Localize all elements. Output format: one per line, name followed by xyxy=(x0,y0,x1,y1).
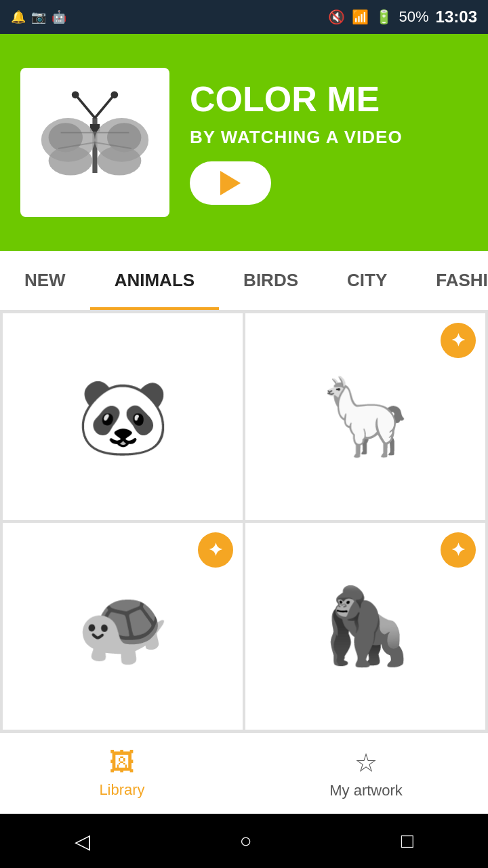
hero-text: COLOR ME BY WATCHING A VIDEO xyxy=(190,80,403,205)
back-button[interactable]: ◁ xyxy=(75,829,90,853)
my-artwork-icon: ☆ xyxy=(354,748,378,778)
lock-badge-gorilla: ✦ xyxy=(441,532,476,568)
wifi-icon: 📶 xyxy=(352,9,369,25)
battery-percent: 50% xyxy=(399,8,429,26)
art-card-llama[interactable]: 🦙 ✦ xyxy=(245,313,485,520)
status-bar-left: 🔔 📷 🤖 xyxy=(11,9,66,24)
gorilla-art: 🦍 xyxy=(319,583,412,670)
llama-art: 🦙 xyxy=(319,373,412,460)
svg-point-7 xyxy=(98,146,142,175)
category-tabs: NEW ANIMALS BIRDS CITY FASHION xyxy=(0,251,488,311)
lock-icon: ✦ xyxy=(441,532,476,568)
my-artwork-label: My artwork xyxy=(329,782,403,800)
svg-line-10 xyxy=(95,96,113,118)
status-time: 13:03 xyxy=(436,7,477,26)
panda-art: 🐼 xyxy=(77,373,169,460)
nav-my-artwork[interactable]: ☆ My artwork xyxy=(244,733,488,814)
play-triangle-icon xyxy=(220,171,241,195)
play-video-button[interactable] xyxy=(190,161,271,205)
tab-birds[interactable]: BIRDS xyxy=(219,251,323,310)
tab-animals[interactable]: ANIMALS xyxy=(90,251,219,310)
library-label: Library xyxy=(99,781,144,799)
lock-icon: ✦ xyxy=(198,532,233,568)
hero-title: COLOR ME xyxy=(190,80,403,119)
mute-icon: 🔇 xyxy=(328,9,345,25)
lock-badge-llama: ✦ xyxy=(441,323,476,358)
hero-banner: COLOR ME BY WATCHING A VIDEO xyxy=(0,34,488,251)
battery-icon: 🔋 xyxy=(375,9,392,25)
art-card-panda[interactable]: 🐼 xyxy=(3,313,243,520)
android-nav-bar: ◁ ○ □ xyxy=(0,814,488,868)
art-card-gorilla[interactable]: 🦍 ✦ xyxy=(245,523,485,730)
butterfly-icon xyxy=(34,81,156,203)
svg-line-8 xyxy=(77,96,95,118)
tab-city[interactable]: CITY xyxy=(323,251,411,310)
nav-library[interactable]: 🖼 Library xyxy=(0,733,244,814)
hero-subtitle: BY WATCHING A VIDEO xyxy=(190,127,403,148)
status-bar-right: 🔇 📶 🔋 50% 13:03 xyxy=(328,7,477,26)
lock-badge-turtle: ✦ xyxy=(198,532,233,568)
android-icon: 🤖 xyxy=(52,9,66,24)
svg-point-11 xyxy=(110,91,118,98)
tab-new[interactable]: NEW xyxy=(0,251,90,310)
notification-icon: 🔔 xyxy=(11,9,26,24)
library-icon: 🖼 xyxy=(109,748,135,777)
art-grid: 🐼 🦙 ✦ 🐢 ✦ 🦍 ✦ xyxy=(0,311,488,732)
status-bar: 🔔 📷 🤖 🔇 📶 🔋 50% 13:03 xyxy=(0,0,488,34)
tab-fashion[interactable]: FASHION xyxy=(411,251,488,310)
recent-button[interactable]: □ xyxy=(401,829,413,852)
lock-icon: ✦ xyxy=(441,323,476,358)
svg-point-6 xyxy=(49,146,93,175)
bottom-nav: 🖼 Library ☆ My artwork xyxy=(0,732,488,814)
home-button[interactable]: ○ xyxy=(239,829,251,852)
turtle-art: 🐢 xyxy=(77,583,169,670)
svg-point-9 xyxy=(72,91,79,98)
art-card-turtle[interactable]: 🐢 ✦ xyxy=(3,523,243,730)
hero-image xyxy=(20,68,169,217)
photo-icon: 📷 xyxy=(31,9,46,24)
